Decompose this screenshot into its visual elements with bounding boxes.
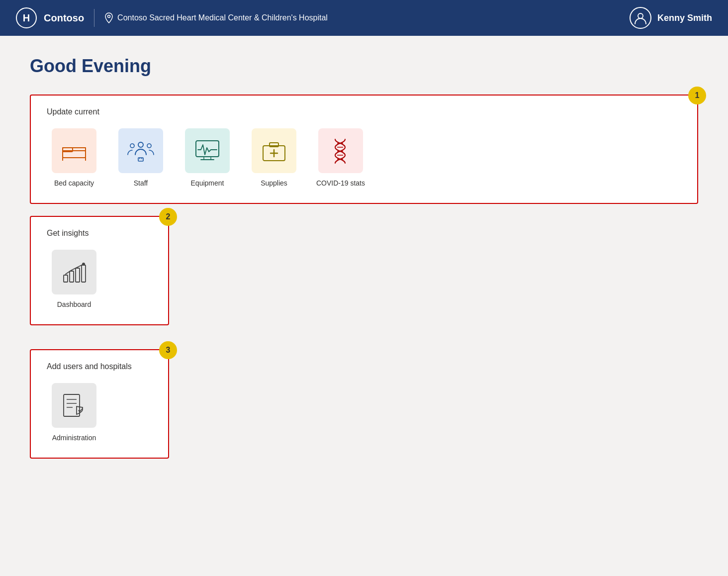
tile-label-bed-capacity: Bed capacity <box>54 179 94 187</box>
equipment-icon-bg <box>185 128 230 173</box>
header-divider <box>94 9 94 27</box>
tile-label-administration: Administration <box>52 434 96 442</box>
svg-point-1 <box>638 13 643 18</box>
tile-label-covid: COVID-19 stats <box>316 179 365 187</box>
tile-label-dashboard: Dashboard <box>57 300 91 308</box>
svg-rect-28 <box>70 271 74 282</box>
tile-label-supplies: Supplies <box>261 179 287 187</box>
administration-icon <box>61 392 88 418</box>
badge-2: 2 <box>159 208 177 226</box>
svg-rect-27 <box>64 275 68 282</box>
users-tiles-row: Administration <box>47 383 152 442</box>
equipment-icon <box>194 139 221 163</box>
svg-rect-30 <box>82 265 86 282</box>
update-current-section: 1 Update current Bed capacity <box>30 95 698 204</box>
header-location: Contoso Sacred Heart Medical Center & Ch… <box>104 12 630 23</box>
dashboard-icon <box>61 260 88 284</box>
username: Kenny Smith <box>657 13 712 23</box>
tile-staff[interactable]: Staff <box>113 128 168 187</box>
section-title-insights: Get insights <box>47 229 152 238</box>
bed-icon <box>61 141 88 161</box>
tile-dashboard[interactable]: Dashboard <box>47 250 101 308</box>
svg-rect-32 <box>64 394 80 416</box>
tile-covid[interactable]: COVID-19 stats <box>313 128 368 187</box>
svg-point-10 <box>130 144 134 148</box>
app-logo: H <box>16 7 37 28</box>
update-tiles-row: Bed capacity <box>47 128 681 187</box>
svg-rect-12 <box>138 158 143 161</box>
staff-icon <box>126 140 155 162</box>
user-avatar-icon <box>634 11 647 25</box>
tile-equipment[interactable]: Equipment <box>180 128 235 187</box>
dashboard-icon-bg <box>52 250 96 294</box>
location-text: Contoso Sacred Heart Medical Center & Ch… <box>117 13 328 22</box>
user-avatar <box>630 7 651 29</box>
supplies-icon <box>261 139 287 163</box>
section-title-update: Update current <box>47 107 681 116</box>
svg-point-9 <box>138 142 143 147</box>
tile-label-staff: Staff <box>134 179 148 187</box>
covid-icon <box>328 137 353 164</box>
tile-label-equipment: Equipment <box>191 179 224 187</box>
badge-1: 1 <box>688 87 706 104</box>
supplies-icon-bg <box>252 128 296 173</box>
app-name: Contoso <box>44 12 84 24</box>
covid-icon-bg <box>318 128 363 173</box>
bed-capacity-icon-bg <box>52 128 96 173</box>
insights-tiles-row: Dashboard <box>47 250 152 308</box>
tile-supplies[interactable]: Supplies <box>247 128 301 187</box>
location-pin-icon <box>104 12 113 23</box>
main-content: Good Evening 1 Update current <box>0 36 728 490</box>
svg-point-0 <box>108 15 110 18</box>
svg-point-11 <box>147 144 151 148</box>
staff-icon-bg <box>118 128 163 173</box>
administration-icon-bg <box>52 383 96 428</box>
add-users-section: 3 Add users and hospitals <box>30 349 169 459</box>
badge-3: 3 <box>159 341 177 359</box>
greeting: Good Evening <box>30 56 698 77</box>
tile-administration[interactable]: Administration <box>47 383 101 442</box>
app-header: H Contoso Contoso Sacred Heart Medical C… <box>0 0 728 36</box>
svg-rect-29 <box>76 268 80 282</box>
tile-bed-capacity[interactable]: Bed capacity <box>47 128 101 187</box>
get-insights-section: 2 Get insights <box>30 216 169 325</box>
section-title-users: Add users and hospitals <box>47 362 152 371</box>
header-user: Kenny Smith <box>630 7 712 29</box>
svg-point-31 <box>82 263 85 266</box>
